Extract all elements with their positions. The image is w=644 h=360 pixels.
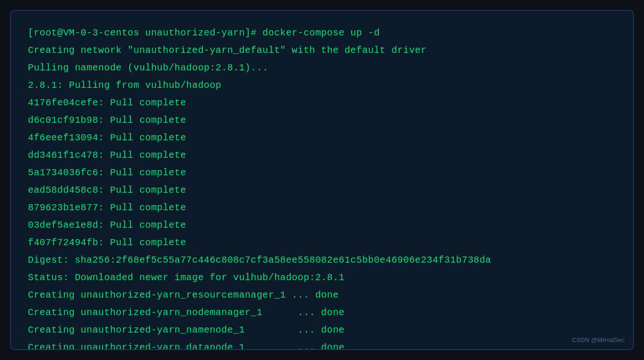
terminal-line: f407f72494fb: Pull complete <box>28 234 616 251</box>
terminal-line: Creating unauthorized-yarn_namenode_1 ..… <box>28 321 616 339</box>
terminal-content: [root@VM-0-3-centos unauthorized-yarn]# … <box>28 24 616 350</box>
terminal-line: Pulling namenode (vulhub/hadoop:2.8.1)..… <box>28 59 616 77</box>
terminal-line: [root@VM-0-3-centos unauthorized-yarn]# … <box>28 24 616 42</box>
terminal-line: Digest: sha256:2f68ef5c55a77c446c808c7cf… <box>28 251 616 269</box>
terminal-window: [root@VM-0-3-centos unauthorized-yarn]# … <box>10 10 634 350</box>
terminal-line: 879623b1e877: Pull complete <box>28 199 616 216</box>
terminal-line: d6c01cf91b98: Pull complete <box>28 111 616 129</box>
terminal-line: 5a1734036fc6: Pull complete <box>28 164 616 181</box>
terminal-line: ead58dd458c8: Pull complete <box>28 181 616 199</box>
terminal-line: 4f6eeef13094: Pull complete <box>28 129 616 146</box>
terminal-line: 03def5ae1e8d: Pull complete <box>28 216 616 234</box>
terminal-line: Status: Downloaded newer image for vulhu… <box>28 269 616 286</box>
terminal-line: Creating network "unauthorized-yarn_defa… <box>28 42 616 59</box>
terminal-line: dd3461f1c478: Pull complete <box>28 146 616 164</box>
terminal-line: Creating unauthorized-yarn_datanode_1 ..… <box>28 339 616 350</box>
terminal-line: Creating unauthorized-yarn_nodemanager_1… <box>28 304 616 321</box>
terminal-line: Creating unauthorized-yarn_resourcemanag… <box>28 286 616 304</box>
watermark: CSDN @MrHatSec <box>572 336 625 343</box>
terminal-line: 4176fe04cefe: Pull complete <box>28 94 616 111</box>
terminal-line: 2.8.1: Pulling from vulhub/hadoop <box>28 77 616 94</box>
